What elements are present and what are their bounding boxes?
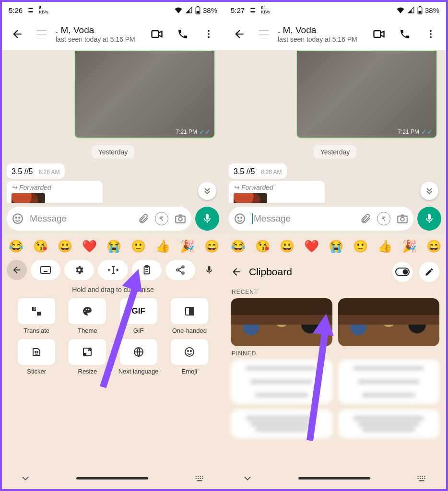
avatar[interactable]: ————————— xyxy=(33,25,51,43)
tool-theme[interactable]: Theme xyxy=(64,298,110,334)
emoji-item[interactable]: 🙂 xyxy=(131,239,146,253)
clipboard-back-button[interactable] xyxy=(231,266,242,278)
tool-sticker[interactable]: Sticker xyxy=(13,339,59,375)
voice-call-button[interactable] xyxy=(394,23,415,45)
emoji-item[interactable]: 😄 xyxy=(426,239,441,253)
battery-icon xyxy=(195,6,200,14)
emoji-item[interactable]: 🙂 xyxy=(353,239,368,253)
svg-point-11 xyxy=(178,217,182,221)
clipboard-edit-button[interactable] xyxy=(419,262,439,282)
nav-keyboard-icon[interactable] xyxy=(416,474,427,482)
nav-collapse-icon[interactable] xyxy=(21,475,30,481)
more-button[interactable] xyxy=(198,23,219,45)
incoming-message[interactable]: 3.5 //5 8:28 AM xyxy=(229,164,287,179)
nav-pill[interactable] xyxy=(76,477,148,479)
forwarded-label: Forwarded xyxy=(241,184,273,191)
voice-call-button[interactable] xyxy=(172,23,193,45)
chat-header: ————————— . M, Voda last seen today at 5… xyxy=(2,18,224,50)
emoji-item[interactable]: 😘 xyxy=(255,239,270,253)
toolbar-settings-icon[interactable] xyxy=(64,260,94,280)
svg-text:文: 文 xyxy=(33,307,36,310)
keyboard-tool-grid: 文Translate Theme GIFGIF One-handed Stick… xyxy=(2,298,224,375)
scroll-down-fab[interactable] xyxy=(198,182,216,200)
rupee-icon[interactable]: ₹ xyxy=(155,212,168,225)
chat-title-block[interactable]: . M, Voda last seen today at 5:16 PM xyxy=(56,25,141,43)
svg-point-44 xyxy=(430,30,432,32)
incoming-message[interactable]: 3.5 //5 8:28 AM xyxy=(7,164,65,179)
emoji-icon[interactable] xyxy=(12,212,24,225)
chat-area[interactable]: 7:21 PM ✓✓ Yesterday 3.5 //5 8:28 AM ↪ F… xyxy=(2,50,224,203)
back-button[interactable] xyxy=(7,23,28,45)
chat-title-block[interactable]: . M, Voda last seen today at 5:16 PM xyxy=(278,25,364,43)
emoji-icon[interactable] xyxy=(234,212,246,225)
recent-row xyxy=(224,298,446,346)
toolbar-keyboard-icon[interactable] xyxy=(31,260,60,280)
tool-translate[interactable]: 文Translate xyxy=(13,298,59,334)
svg-point-6 xyxy=(208,36,210,38)
svg-point-51 xyxy=(401,217,404,221)
emoji-item[interactable]: 😀 xyxy=(280,239,295,253)
image-message[interactable]: 7:21 PM ✓✓ xyxy=(296,50,437,139)
camera-icon[interactable] xyxy=(174,212,187,225)
emoji-item[interactable]: 👍 xyxy=(155,239,170,253)
emoji-item[interactable]: 🎉 xyxy=(402,239,417,253)
emoji-item[interactable]: 😄 xyxy=(204,239,219,253)
toolbar-mic-icon[interactable] xyxy=(199,260,219,280)
video-call-button[interactable] xyxy=(368,23,389,45)
nav-collapse-icon[interactable] xyxy=(243,475,252,481)
emoji-item[interactable]: 👍 xyxy=(377,239,392,253)
emoji-item[interactable]: ❤️ xyxy=(82,239,97,253)
emoji-item[interactable]: 😭 xyxy=(106,239,121,253)
video-call-button[interactable] xyxy=(146,23,167,45)
avatar[interactable]: ————————— xyxy=(255,25,273,43)
scroll-down-fab[interactable] xyxy=(420,182,438,200)
svg-rect-39 xyxy=(197,480,202,481)
message-input-pill[interactable]: Message ₹ xyxy=(229,207,413,231)
clipboard-image-item[interactable] xyxy=(231,298,332,346)
emoji-item[interactable]: 😘 xyxy=(33,239,48,253)
clipboard-text-item[interactable] xyxy=(338,360,440,404)
emoji-item[interactable]: 😂 xyxy=(9,239,24,253)
battery-icon xyxy=(417,6,423,14)
message-input-pill[interactable]: Message ₹ xyxy=(7,207,191,231)
chat-area[interactable]: 7:21 PM ✓✓ Yesterday 3.5 //5 8:28 AM ↪ F… xyxy=(224,50,446,203)
back-button[interactable] xyxy=(229,23,250,45)
tool-resize[interactable]: Resize xyxy=(64,339,110,375)
clipboard-text-item[interactable] xyxy=(338,409,440,438)
more-button[interactable] xyxy=(420,23,441,45)
toolbar-share-icon[interactable] xyxy=(165,260,195,280)
signal-icon xyxy=(407,7,415,13)
toolbar-clipboard-icon[interactable] xyxy=(132,260,162,280)
clipboard-text-item[interactable] xyxy=(231,409,332,438)
emoji-item[interactable]: 😀 xyxy=(58,239,72,253)
emoji-item[interactable]: ❤️ xyxy=(304,239,319,253)
forwarded-message[interactable]: ↪ Forwarded xyxy=(229,181,325,203)
tool-gif[interactable]: GIFGIF xyxy=(116,298,162,334)
mic-fab[interactable] xyxy=(195,207,219,231)
date-chip: Yesterday xyxy=(92,145,135,159)
attach-icon[interactable] xyxy=(360,213,371,224)
status-bar: 5:26 8 KB/s 38% xyxy=(2,2,224,18)
mic-fab[interactable] xyxy=(417,207,441,231)
compose-bar: Message ₹ xyxy=(224,203,446,235)
recent-label: RECENT xyxy=(224,285,446,298)
svg-point-4 xyxy=(208,30,210,32)
camera-icon[interactable] xyxy=(396,212,409,225)
attach-icon[interactable] xyxy=(138,213,149,224)
toolbar-textedit-icon[interactable] xyxy=(98,260,128,280)
toolbar-back-button[interactable] xyxy=(7,260,27,280)
image-message[interactable]: 7:21 PM ✓✓ xyxy=(74,50,215,139)
emoji-item[interactable]: 😂 xyxy=(231,239,246,253)
clipboard-toggle[interactable] xyxy=(392,262,413,282)
nav-pill[interactable] xyxy=(298,477,370,479)
tool-onehanded[interactable]: One-handed xyxy=(166,298,212,334)
rupee-icon[interactable]: ₹ xyxy=(377,212,390,225)
emoji-item[interactable]: 😭 xyxy=(329,239,343,253)
tool-emoji[interactable]: Emoji xyxy=(166,339,212,375)
forwarded-message[interactable]: ↪ Forwarded xyxy=(7,181,103,203)
tool-nextlanguage[interactable]: Next language xyxy=(116,339,162,375)
clipboard-image-item[interactable] xyxy=(338,298,440,346)
emoji-item[interactable]: 🎉 xyxy=(180,239,195,253)
clipboard-text-item[interactable] xyxy=(231,360,332,404)
nav-keyboard-icon[interactable] xyxy=(194,474,205,482)
